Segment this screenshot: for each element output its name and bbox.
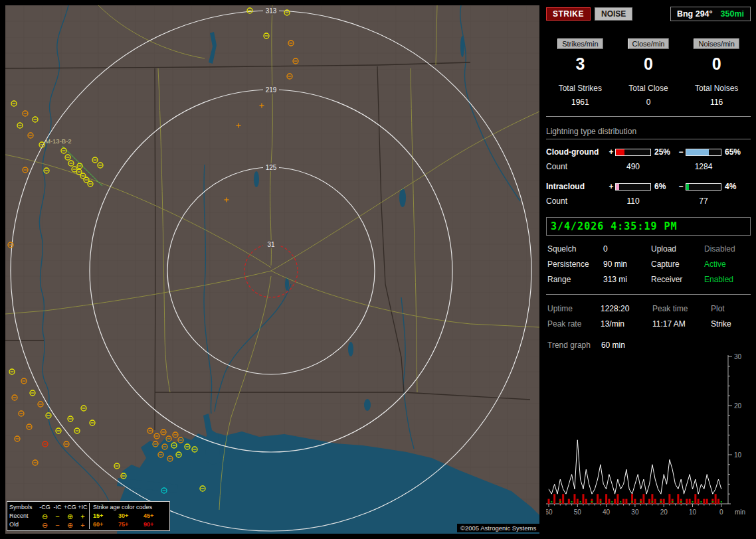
legend-symbols-header: Symbols xyxy=(9,503,39,512)
legend-age-header: Strike age color codes xyxy=(89,503,166,512)
cloud-ground-row: Cloud-ground + 25% − 65% xyxy=(546,145,751,159)
bearing-range-display: Bng 294° 350mi xyxy=(670,7,751,21)
svg-text:40: 40 xyxy=(603,508,611,516)
plot-label: Plot xyxy=(711,304,749,313)
total-noises-value: 116 xyxy=(682,98,751,107)
cg-positive-bar-fill xyxy=(616,149,624,155)
range-ring-label: 31 xyxy=(267,241,275,248)
strikes-per-min-column: Strikes/min 3 Total Strikes 1961 xyxy=(546,38,614,107)
uptime-grid: Uptime 1228:20 Peak time Plot Peak rate … xyxy=(546,295,751,329)
legend-row-old-label: Old xyxy=(9,520,39,529)
receiver-label: Receiver xyxy=(651,275,704,284)
uptime-value: 1228:20 xyxy=(601,304,652,313)
legend-col-pos-ic: +IC xyxy=(76,503,89,512)
noises-per-min-button[interactable]: Noises/min xyxy=(694,38,739,49)
svg-text:10: 10 xyxy=(689,508,697,516)
uptime-label: Uptime xyxy=(547,304,601,313)
pos-ic-old-icon: + xyxy=(76,521,89,529)
rate-columns: Strikes/min 3 Total Strikes 1961 Close/m… xyxy=(546,38,751,107)
count-label: Count xyxy=(546,162,607,171)
trend-window-value: 60 min xyxy=(601,341,625,350)
total-strikes-value: 1961 xyxy=(546,98,614,107)
peak-rate-value: 13/min xyxy=(601,319,652,329)
plot-value: Strike xyxy=(711,319,749,329)
noise-button[interactable]: NOISE xyxy=(595,7,632,21)
svg-text:60: 60 xyxy=(546,508,553,516)
range-label: Range xyxy=(547,275,603,284)
ic-positive-count: 110 xyxy=(615,196,651,206)
upload-label: Upload xyxy=(651,244,704,254)
ic-negative-pct: 4% xyxy=(721,182,745,191)
age-15: 15+ xyxy=(89,512,118,520)
strikes-per-min-button[interactable]: Strikes/min xyxy=(557,38,603,49)
close-per-min-column: Close/min 0 Total Close 0 xyxy=(614,38,683,107)
distribution-title: Lightning type distribution xyxy=(546,127,751,136)
divider xyxy=(546,139,751,139)
cg-positive-pct: 25% xyxy=(651,147,676,157)
cg-negative-count: 1284 xyxy=(686,162,721,171)
pos-cg-old-icon: ⊕ xyxy=(64,521,76,529)
ic-negative-bar-fill xyxy=(686,184,689,190)
receiver-value: Enabled xyxy=(704,275,749,284)
negative-sign: − xyxy=(676,147,686,157)
strike-button[interactable]: STRIKE xyxy=(546,7,591,21)
status-panel: STRIKE NOISE Bng 294° 350mi Strikes/min … xyxy=(546,7,751,519)
total-strikes-label: Total Strikes xyxy=(546,84,614,93)
peak-time-label: Peak time xyxy=(652,304,711,313)
mode-row: STRIKE NOISE Bng 294° 350mi xyxy=(546,7,751,21)
trend-header: Trend graph 60 min xyxy=(546,341,751,350)
strike-legend: Symbols -CG -IC +CG +IC Strike age color… xyxy=(7,501,170,531)
squelch-label: Squelch xyxy=(547,244,603,254)
ic-negative-count: 77 xyxy=(686,196,721,206)
persistence-label: Persistence xyxy=(547,260,603,269)
total-close-value: 0 xyxy=(614,98,683,107)
range-ring-label: 125 xyxy=(266,164,277,171)
cg-negative-pct: 65% xyxy=(721,147,745,157)
svg-text:30: 30 xyxy=(734,354,742,360)
svg-text:10: 10 xyxy=(734,451,742,459)
storm-cell-label: M-13-B-2 xyxy=(45,137,72,145)
capture-label: Capture xyxy=(651,260,704,269)
noises-per-min-value: 0 xyxy=(682,54,751,74)
ic-positive-bar-fill xyxy=(616,184,619,190)
cg-negative-bar xyxy=(686,149,721,156)
intracloud-label: Intracloud xyxy=(546,182,607,191)
cg-positive-count: 490 xyxy=(615,162,651,171)
age-90: 90+ xyxy=(143,520,166,529)
legend-col-neg-cg: -CG xyxy=(39,503,51,512)
neg-cg-recent-icon: ⊖ xyxy=(39,512,51,520)
upload-value: Disabled xyxy=(704,244,749,254)
svg-text:30: 30 xyxy=(631,508,639,516)
datetime-display: 3/4/2026 4:35:19 PM xyxy=(546,217,751,236)
copyright-text: ©2005 Astrogenic Systems xyxy=(457,524,539,532)
legend-col-pos-cg: +CG xyxy=(64,503,76,512)
total-close-label: Total Close xyxy=(614,84,683,93)
peak-rate-label: Peak rate xyxy=(547,319,601,329)
pos-ic-recent-icon: + xyxy=(76,512,89,520)
positive-sign: + xyxy=(607,182,615,191)
svg-text:50: 50 xyxy=(574,508,582,516)
lightning-map[interactable]: M-13-B-2 31321912531 Symbols -CG -IC +CG… xyxy=(5,5,539,534)
svg-text:0: 0 xyxy=(719,508,723,516)
trend-graph-label: Trend graph xyxy=(547,341,591,350)
ic-negative-bar xyxy=(686,183,721,191)
svg-text:20: 20 xyxy=(660,508,668,516)
noises-per-min-column: Noises/min 0 Total Noises 116 xyxy=(682,38,751,107)
neg-cg-old-icon: ⊖ xyxy=(39,521,51,529)
strikes-per-min-value: 3 xyxy=(546,54,614,74)
persistence-value: 90 min xyxy=(603,260,651,269)
age-45: 45+ xyxy=(143,512,166,520)
close-per-min-button[interactable]: Close/min xyxy=(628,38,670,49)
range-ring-label: 313 xyxy=(266,7,277,15)
neg-ic-old-icon: − xyxy=(51,521,64,529)
squelch-value: 0 xyxy=(603,244,651,254)
divider xyxy=(546,116,751,117)
ic-positive-bar xyxy=(615,183,651,191)
close-per-min-value: 0 xyxy=(614,54,683,74)
capture-value: Active xyxy=(704,260,749,269)
pos-cg-recent-icon: ⊕ xyxy=(64,512,76,520)
cloud-ground-count-row: Count 490 1284 xyxy=(546,159,751,175)
trend-line-strikes-per-min xyxy=(549,440,721,494)
status-grid: Squelch 0 Upload Disabled Persistence 90… xyxy=(546,236,751,295)
positive-sign: + xyxy=(607,147,615,157)
